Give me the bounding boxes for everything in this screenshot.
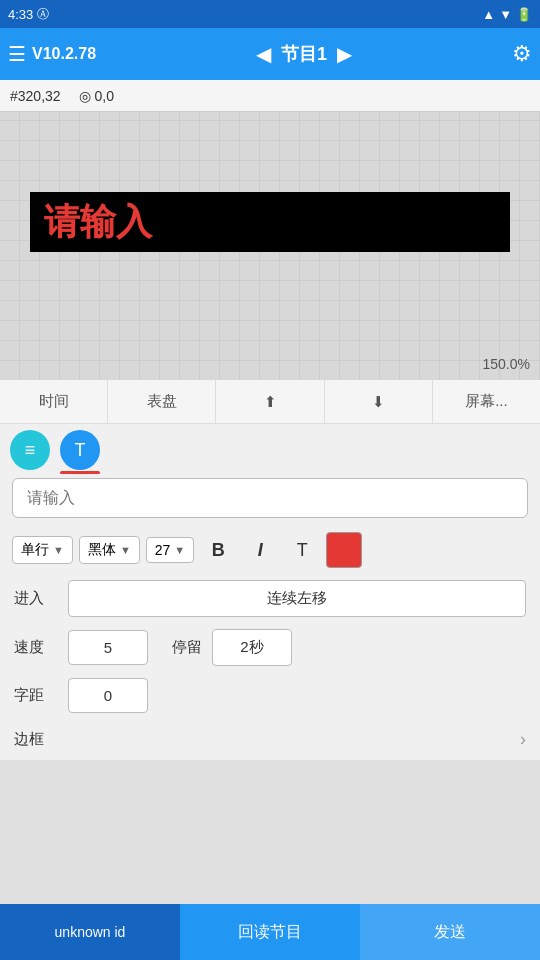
version-label: V10.2.78 (32, 45, 96, 63)
stay-label: 停留 (172, 638, 202, 657)
status-icon-a: Ⓐ (37, 6, 49, 23)
speed-label: 速度 (14, 638, 58, 657)
coords-bar: #320,32 ◎ 0,0 (0, 80, 540, 112)
tool-tabs: 时间 表盘 ⬆ ⬇ 屏幕... (0, 380, 540, 424)
char-space-row: 字距 0 (0, 672, 540, 719)
settings-icon[interactable]: ⚙ (512, 41, 532, 67)
chevron-right-icon: › (520, 729, 526, 750)
tab-screen[interactable]: 屏幕... (433, 380, 540, 423)
line-mode-select[interactable]: 单行 ▼ (12, 536, 73, 564)
canvas-display-text: 请输入 (44, 198, 152, 247)
fontsize-arrow: ▼ (174, 544, 185, 556)
char-space-label: 字距 (14, 686, 58, 705)
grid-coords: #320,32 (10, 88, 61, 104)
font-select[interactable]: 黑体 ▼ (79, 536, 140, 564)
active-underline (60, 471, 100, 474)
menu-icon[interactable]: ☰ (8, 42, 26, 66)
wifi-icon: ▲ (482, 7, 495, 22)
bold-button[interactable]: B (200, 532, 236, 568)
read-program-button[interactable]: 回读节目 (180, 904, 360, 960)
font-label: 黑体 (88, 541, 116, 559)
border-row[interactable]: 边框 › (0, 719, 540, 760)
text-input[interactable] (12, 478, 528, 518)
status-bar: 4:33 Ⓐ ▲ ▼ 🔋 (0, 0, 540, 28)
char-space-value[interactable]: 0 (68, 678, 148, 713)
zoom-label: 150.0% (483, 356, 530, 372)
battery-icon: 🔋 (516, 7, 532, 22)
nav-title: 节目1 (281, 42, 327, 66)
thin-button[interactable]: T (284, 532, 320, 568)
icon-tab-text[interactable]: T (60, 430, 100, 470)
enter-row: 进入 连续左移 (0, 574, 540, 623)
signal-icon: ▼ (499, 7, 512, 22)
top-nav: ☰ V10.2.78 ◀ 节目1 ▶ ⚙ (0, 28, 540, 80)
prev-arrow[interactable]: ◀ (256, 42, 271, 66)
tab-up[interactable]: ⬆ (216, 380, 324, 423)
position-coords: ◎ 0,0 (79, 88, 114, 104)
text-input-row (0, 470, 540, 526)
canvas-text-block: 请输入 (30, 192, 510, 252)
fontsize-label: 27 (155, 542, 171, 558)
speed-value[interactable]: 5 (68, 630, 148, 665)
enter-value[interactable]: 连续左移 (68, 580, 526, 617)
format-row: 单行 ▼ 黑体 ▼ 27 ▼ B I T (0, 526, 540, 574)
next-arrow[interactable]: ▶ (337, 42, 352, 66)
canvas-area: 请输入 150.0% (0, 112, 540, 380)
font-arrow: ▼ (120, 544, 131, 556)
bottom-bar: unknown id 回读节目 发送 (0, 904, 540, 960)
line-mode-label: 单行 (21, 541, 49, 559)
icon-tab-list[interactable]: ≡ (10, 430, 50, 470)
icon-tabs: ≡ T (0, 424, 540, 470)
status-time: 4:33 (8, 7, 33, 22)
unknown-id-button[interactable]: unknown id (0, 904, 180, 960)
line-mode-arrow: ▼ (53, 544, 64, 556)
send-button[interactable]: 发送 (360, 904, 540, 960)
tab-clock[interactable]: 表盘 (108, 380, 216, 423)
stay-value[interactable]: 2秒 (212, 629, 292, 666)
border-label: 边框 (14, 730, 44, 749)
enter-label: 进入 (14, 589, 58, 608)
tab-down[interactable]: ⬇ (325, 380, 433, 423)
tab-time[interactable]: 时间 (0, 380, 108, 423)
fontsize-select[interactable]: 27 ▼ (146, 537, 194, 563)
speed-row: 速度 5 停留 2秒 (0, 623, 540, 672)
color-swatch[interactable] (326, 532, 362, 568)
italic-button[interactable]: I (242, 532, 278, 568)
editor-panel: ≡ T 单行 ▼ 黑体 ▼ 27 ▼ B I T 进入 连续左移 (0, 424, 540, 760)
